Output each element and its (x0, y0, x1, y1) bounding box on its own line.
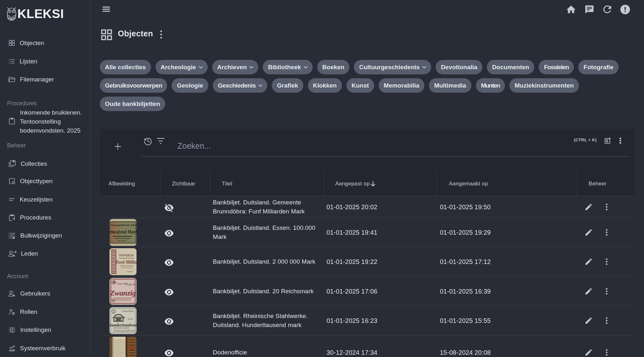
svg-text:20: 20 (113, 281, 116, 284)
svg-text:Kaffenfc: Kaffenfc (126, 283, 136, 286)
svg-text:Zwei Millio: Zwei Millio (115, 260, 137, 265)
svg-text:Duisburgs Stahlwerk: Duisburgs Stahlwerk (113, 329, 135, 332)
svg-text:Zwanzig: Zwanzig (110, 289, 136, 297)
svg-text:Attiengefellichaft, Effen: Attiengefellichaft, Effen (110, 224, 137, 227)
svg-text:2: 2 (113, 311, 114, 313)
svg-text:Luguft: Luguft (126, 270, 133, 273)
svg-text:NOTGELD: NOTGELD (119, 254, 134, 257)
svg-text:erttaufend Mark: erttaufend Mark (109, 230, 137, 234)
svg-text:Hunderttaufend: Hunderttaufend (109, 323, 137, 327)
svg-text:Gutschein: Gutschein (122, 309, 134, 313)
svg-text:14 B: 14 B (128, 318, 132, 321)
